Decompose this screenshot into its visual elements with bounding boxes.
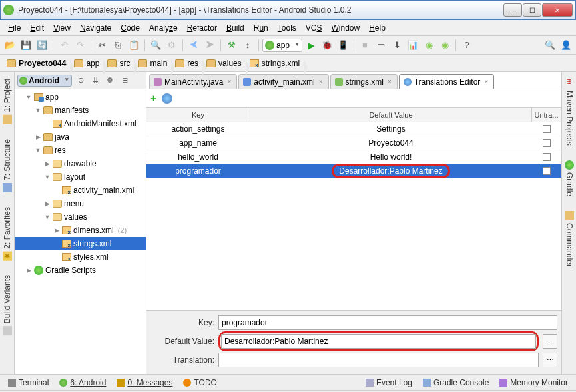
breadcrumb-item[interactable]: src (103, 59, 134, 68)
maximize-button[interactable]: ☐ (523, 3, 541, 17)
checkbox[interactable] (543, 153, 551, 161)
tree-node-manifests[interactable]: ▼manifests (15, 104, 146, 117)
breadcrumb-item[interactable]: main (134, 59, 171, 68)
detail-translation-input[interactable] (218, 353, 539, 367)
project-view-combo[interactable]: Android (17, 75, 72, 87)
collapse-icon[interactable]: ⇊ (89, 75, 101, 87)
detail-key-input[interactable] (218, 315, 557, 330)
table-row[interactable]: action_settings Settings (146, 122, 561, 136)
forward-icon[interactable]: ⮞ (202, 38, 217, 53)
replace-icon[interactable]: ⚙ (164, 38, 179, 53)
sdk-icon[interactable]: ⬇ (390, 38, 404, 53)
bottom-tab-gradle-console[interactable]: Gradle Console (419, 377, 493, 389)
run-button[interactable]: ▶ (304, 38, 318, 53)
android-icon[interactable]: ◉ (422, 38, 436, 53)
close-button[interactable]: ✕ (542, 3, 573, 17)
gutter-tab-project[interactable]: 1: Project (1, 75, 13, 128)
menu-navigate[interactable]: Navigate (76, 22, 115, 34)
browse-button[interactable]: ⋯ (543, 334, 557, 349)
tree-node-layout[interactable]: ▼layout (15, 170, 146, 184)
gutter-tab-gradle[interactable]: Gradle (563, 156, 575, 200)
menu-build[interactable]: Build (222, 22, 248, 34)
gutter-tab-maven[interactable]: mMaven Projects (563, 75, 575, 150)
menu-view[interactable]: View (49, 22, 75, 34)
bottom-tab-terminal[interactable]: Terminal (4, 377, 53, 389)
ddms-icon[interactable]: 📊 (406, 38, 420, 53)
search-everywhere-icon[interactable]: 🔍 (543, 38, 557, 53)
bottom-tab-event-log[interactable]: Event Log (362, 377, 416, 389)
hide-icon[interactable]: ⊟ (119, 75, 131, 87)
tree-node-dimens[interactable]: ▶dimens.xml(2) (15, 224, 146, 237)
add-locale-button[interactable] (162, 93, 172, 104)
checkbox[interactable] (543, 125, 551, 133)
tree-node-activity-main[interactable]: activity_main.xml (15, 184, 146, 197)
tree-node-drawable[interactable]: ▶drawable (15, 157, 146, 170)
bottom-tab-todo[interactable]: TODO (179, 377, 220, 389)
settings-gear-icon[interactable]: ⚙ (104, 75, 116, 87)
breadcrumb-item[interactable]: values (202, 59, 246, 68)
config-icon[interactable]: ↕ (240, 38, 255, 53)
monitor-icon[interactable]: ◉ (437, 38, 452, 53)
save-icon[interactable]: 💾 (19, 38, 33, 53)
tree-node-android-manifest[interactable]: AndroidManifest.xml (15, 117, 146, 130)
back-icon[interactable]: ⮜ (186, 38, 201, 53)
redo-icon[interactable]: ↷ (73, 38, 87, 53)
add-key-button[interactable]: + (150, 93, 156, 104)
detail-default-input[interactable] (221, 334, 536, 349)
checkbox[interactable] (543, 139, 551, 147)
close-tab-icon[interactable]: × (226, 78, 232, 85)
menu-edit[interactable]: Edit (26, 22, 48, 34)
header-untranslatable[interactable]: Untra... (532, 108, 561, 122)
gutter-tab-structure[interactable]: 7: Structure (1, 135, 13, 196)
editor-tab-activity-main[interactable]: activity_main.xml× (238, 74, 328, 89)
tree-node-app[interactable]: ▼app (15, 91, 146, 104)
tree-node-res[interactable]: ▼res (15, 144, 146, 157)
tree-node-styles[interactable]: styles.xml (15, 250, 146, 264)
menu-refactor[interactable]: Refactor (183, 22, 221, 34)
header-key[interactable]: Key (146, 108, 250, 122)
breadcrumb-item[interactable]: Proyecto044 (3, 59, 70, 68)
gutter-tab-build-variants[interactable]: Build Variants (1, 271, 13, 339)
menu-help[interactable]: Help (365, 22, 390, 34)
make-icon[interactable]: ⚒ (224, 38, 239, 53)
close-tab-icon[interactable]: × (318, 78, 324, 85)
user-icon[interactable]: 👤 (559, 38, 573, 53)
stop-icon[interactable]: ■ (358, 38, 372, 53)
menu-tools[interactable]: Tools (274, 22, 300, 34)
editor-tab-translations[interactable]: Translations Editor× (399, 74, 494, 89)
checkbox[interactable] (543, 167, 551, 175)
menu-file[interactable]: File (4, 22, 25, 34)
paste-icon[interactable]: 📋 (127, 38, 141, 53)
breadcrumb-item[interactable]: app (70, 59, 103, 68)
menu-window[interactable]: Window (327, 22, 364, 34)
menu-run[interactable]: Run (250, 22, 272, 34)
sync-icon[interactable]: 🔄 (35, 38, 49, 53)
find-icon[interactable]: 🔍 (148, 38, 163, 53)
gutter-tab-favorites[interactable]: ★2: Favorites (1, 203, 13, 265)
tree-node-java[interactable]: ▶java (15, 130, 146, 144)
table-row[interactable]: programador Desarrollador:Pablo Martinez (146, 164, 561, 178)
header-default-value[interactable]: Default Value (250, 108, 532, 122)
tree-node-menu[interactable]: ▶menu (15, 197, 146, 210)
bottom-tab-android[interactable]: 6: Android (55, 377, 110, 389)
editor-tab-main-activity[interactable]: MainActivity.java× (149, 74, 237, 89)
attach-icon[interactable]: 📱 (336, 38, 350, 53)
tree-node-values[interactable]: ▼values (15, 210, 146, 224)
breadcrumb-item[interactable]: res (171, 59, 202, 68)
close-tab-icon[interactable]: × (386, 78, 393, 85)
open-icon[interactable]: 📂 (3, 38, 17, 53)
table-row[interactable]: app_name Proyecto044 (146, 136, 561, 150)
menu-code[interactable]: Code (117, 22, 144, 34)
tree-node-strings[interactable]: strings.xml (15, 237, 146, 250)
editor-tab-strings[interactable]: strings.xml× (330, 74, 398, 89)
undo-icon[interactable]: ↶ (57, 38, 71, 53)
gutter-tab-commander[interactable]: Commander (563, 207, 575, 271)
minimize-button[interactable]: — (503, 3, 522, 17)
menu-analyze[interactable]: Analyze (145, 22, 182, 34)
bottom-tab-messages[interactable]: 0: Messages (113, 377, 176, 389)
close-tab-icon[interactable]: × (483, 78, 489, 85)
browse-button[interactable]: ⋯ (543, 353, 557, 367)
help-icon[interactable]: ? (459, 38, 474, 53)
locate-icon[interactable]: ⊙ (75, 75, 87, 87)
debug-icon[interactable]: 🐞 (320, 38, 334, 53)
